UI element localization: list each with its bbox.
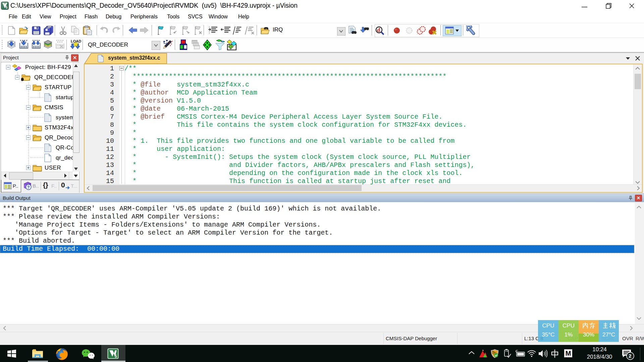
svg-text:?: ? bbox=[27, 185, 30, 190]
svg-text:2: 2 bbox=[629, 353, 631, 359]
svg-text:d: d bbox=[377, 27, 380, 33]
svg-text:5: 5 bbox=[6, 6, 8, 9]
svg-text:5: 5 bbox=[115, 354, 117, 359]
